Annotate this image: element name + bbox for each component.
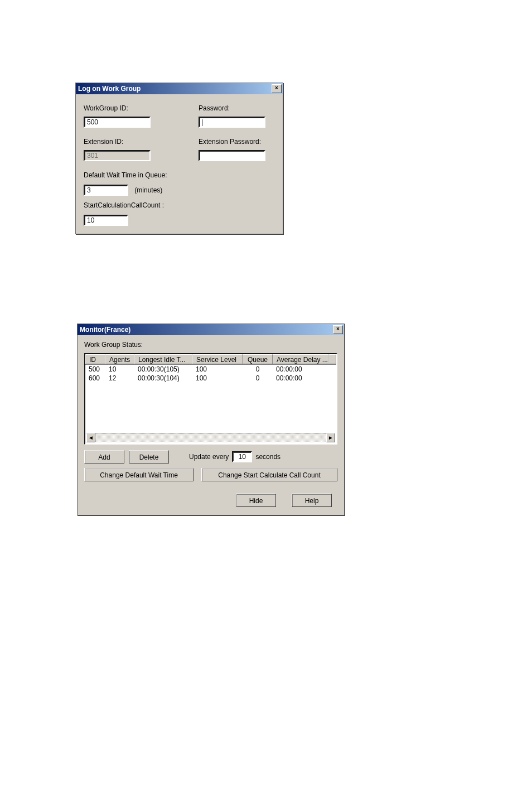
default-wait-input[interactable]: 3 bbox=[84, 185, 128, 196]
scroll-right-icon[interactable]: ► bbox=[326, 433, 335, 442]
hide-button[interactable]: Hide bbox=[236, 494, 276, 507]
logon-title: Log on Work Group bbox=[78, 85, 272, 93]
extension-id-label: Extension ID: bbox=[84, 138, 178, 146]
scroll-left-icon[interactable]: ◄ bbox=[86, 433, 95, 442]
update-seconds-label: seconds bbox=[255, 453, 280, 461]
col-spacer bbox=[328, 354, 336, 364]
horizontal-scrollbar[interactable]: ◄ ► bbox=[86, 433, 335, 442]
extension-password-label: Extension Password: bbox=[199, 138, 293, 146]
default-wait-unit: (minutes) bbox=[134, 186, 162, 194]
table-row[interactable]: 600 12 00:00:30(104) 100 0 00:00:00 bbox=[85, 374, 336, 383]
table-row[interactable]: 500 10 00:00:30(105) 100 0 00:00:00 bbox=[85, 365, 336, 374]
change-start-calc-button[interactable]: Change Start Calculate Call Count bbox=[201, 468, 337, 481]
close-icon[interactable]: × bbox=[333, 325, 343, 334]
update-interval-input[interactable]: 10 bbox=[232, 451, 252, 462]
extension-password-input[interactable] bbox=[199, 150, 265, 161]
logon-dialog: Log on Work Group × WorkGroup ID: 500 Pa… bbox=[75, 83, 283, 234]
list-header: ID Agents Longest Idle T... Service Leve… bbox=[85, 354, 336, 365]
password-input[interactable] bbox=[199, 117, 265, 128]
scroll-track[interactable] bbox=[95, 433, 326, 442]
workgroup-id-input[interactable]: 500 bbox=[84, 117, 151, 128]
default-wait-label: Default Wait Time in Queue: bbox=[84, 171, 275, 179]
start-calc-input[interactable]: 10 bbox=[84, 215, 128, 226]
logon-titlebar[interactable]: Log on Work Group × bbox=[76, 83, 283, 94]
extension-id-input: 301 bbox=[84, 150, 151, 161]
help-button[interactable]: Help bbox=[292, 494, 332, 507]
password-label: Password: bbox=[199, 104, 293, 112]
col-avg-delay[interactable]: Average Delay ... bbox=[273, 354, 328, 364]
update-every-label: Update every bbox=[189, 453, 229, 461]
close-icon[interactable]: × bbox=[272, 84, 282, 93]
add-button[interactable]: Add bbox=[84, 450, 124, 463]
col-idle[interactable]: Longest Idle T... bbox=[134, 354, 192, 364]
monitor-window: Monitor(France) × Work Group Status: ID … bbox=[77, 324, 345, 515]
col-service-level[interactable]: Service Level bbox=[192, 354, 243, 364]
start-calc-label: StartCalculationCallCount : bbox=[84, 201, 275, 209]
col-agents[interactable]: Agents bbox=[105, 354, 134, 364]
col-id[interactable]: ID bbox=[85, 354, 105, 364]
monitor-title: Monitor(France) bbox=[80, 326, 333, 334]
col-queue[interactable]: Queue bbox=[243, 354, 273, 364]
workgroup-status-label: Work Group Status: bbox=[84, 341, 337, 349]
change-default-wait-button[interactable]: Change Default Wait Time bbox=[84, 468, 194, 481]
monitor-titlebar[interactable]: Monitor(France) × bbox=[78, 324, 344, 335]
workgroup-status-list[interactable]: ID Agents Longest Idle T... Service Leve… bbox=[84, 353, 337, 445]
delete-button[interactable]: Delete bbox=[129, 450, 169, 463]
workgroup-id-label: WorkGroup ID: bbox=[84, 104, 178, 112]
text-caret-icon bbox=[202, 119, 202, 126]
